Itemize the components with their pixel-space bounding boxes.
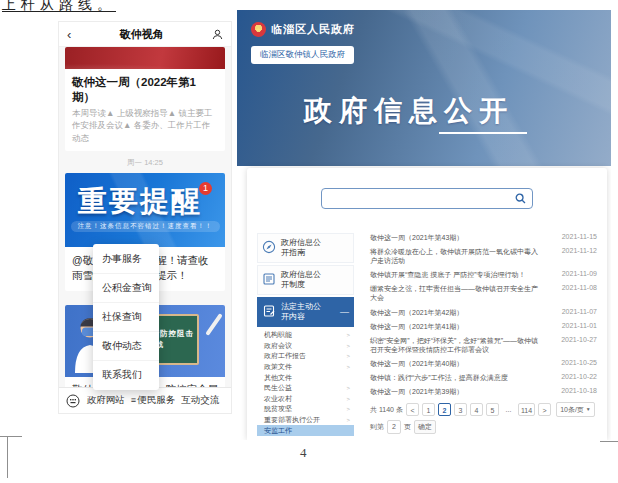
news-row[interactable]: 敬仲这一周（2021年第43期） 2021-11-15 bbox=[370, 233, 597, 242]
table-border-fragment bbox=[600, 441, 618, 442]
sidebar-subitem[interactable]: 其他文件 > bbox=[257, 372, 354, 383]
search-input[interactable] bbox=[328, 193, 515, 205]
document-top-text: 上杆从路线。 bbox=[2, 0, 116, 14]
news-title: 敬仲这一周（2021年第42期） bbox=[370, 308, 463, 317]
news-date: 2021-11-08 bbox=[562, 284, 597, 291]
page-button[interactable]: ... bbox=[502, 403, 515, 416]
news-row[interactable]: 将群众冷暖放在心上，敬仲镇开展防范一氧化碳中毒入户走访活动 2021-11-12 bbox=[370, 247, 597, 265]
news-row[interactable]: 绷紧安全之弦，扛牢责任担当——敬仲镇召开安全生产大会 2021-11-08 bbox=[370, 284, 597, 302]
sidebar-item-label: 政府信息公开制度 bbox=[281, 270, 323, 290]
sidebar-item-label: 政府信息公开指南 bbox=[281, 238, 323, 258]
news-title: 敬仲这一周（2021年第43期） bbox=[370, 233, 463, 242]
page-button[interactable]: 5 bbox=[486, 403, 499, 416]
page-button[interactable]: 2 bbox=[438, 403, 451, 416]
sidebar-subitem-label: 政府工作报告 bbox=[264, 351, 306, 361]
page-button[interactable]: 1 bbox=[422, 403, 435, 416]
banner-title: 政府信息公开 bbox=[237, 92, 581, 130]
sidebar-submenu: 机构职能 > 政府会议 > 政府工作报告 > 政策文件 > bbox=[257, 330, 354, 436]
news-row[interactable]: 敬仲这一周（2021年第40期） 2021-10-25 bbox=[370, 359, 597, 368]
news-date: 2021-11-01 bbox=[562, 322, 597, 329]
news-row[interactable]: 敬仲这一周（2021年第41期） 2021-11-01 bbox=[370, 322, 597, 331]
news-title: 敬仲这一周（2021年第41期） bbox=[370, 322, 463, 331]
news-date: 2021-10-27 bbox=[561, 336, 597, 343]
confirm-button[interactable]: 确定 bbox=[414, 420, 436, 434]
sidebar-subitem[interactable]: 政策文件 > bbox=[257, 362, 354, 373]
per-page-select[interactable]: 10条/页 ▼ bbox=[556, 402, 595, 417]
chevron-right-icon: > bbox=[346, 385, 350, 391]
table-border-fragment bbox=[7, 436, 8, 478]
chevron-right-icon: > bbox=[346, 353, 350, 359]
chevron-right-icon: > bbox=[346, 343, 350, 349]
sidebar-subitem[interactable]: 安监工作 > bbox=[257, 425, 354, 436]
thermometer-illustration bbox=[205, 313, 223, 336]
page-button[interactable]: 4 bbox=[470, 403, 483, 416]
town-gov-button[interactable]: 临淄区敬仲镇人民政府 bbox=[251, 46, 354, 64]
reminder-banner-title: 重要提醒 bbox=[78, 187, 202, 216]
news-date: 2021-11-12 bbox=[562, 247, 597, 254]
table-border-fragment bbox=[0, 436, 22, 437]
news-date: 2021-11-15 bbox=[562, 233, 597, 240]
popup-menu-item[interactable]: 公积金查询 bbox=[93, 274, 159, 303]
sidebar-subitem[interactable]: 脱贫攻坚 > bbox=[257, 404, 354, 415]
keyboard-icon[interactable] bbox=[66, 394, 80, 408]
banner-title-underline bbox=[439, 132, 527, 134]
content-card: 政府信息公开指南 政府信息公开制度 法定主动公开内容 — bbox=[247, 168, 607, 440]
popup-menu-item[interactable]: 联系我们 bbox=[93, 361, 159, 389]
jump-page-input[interactable]: 2 bbox=[387, 420, 401, 434]
weekly-article-card[interactable]: 敬仲这一周（2022年第1期） 本周导读▲ 上级视察指导▲ 镇主要工作安排及会议… bbox=[65, 47, 225, 151]
chevron-right-icon: > bbox=[346, 364, 350, 370]
next-page-button[interactable]: > bbox=[538, 403, 551, 416]
sidebar-subitem-label: 政策文件 bbox=[264, 362, 292, 372]
national-emblem-icon: ★ bbox=[251, 22, 266, 37]
search-icon[interactable] bbox=[515, 190, 526, 208]
news-row[interactable]: 敬仲镇：践行“六步”工作法，提高群众满意度 2021-10-22 bbox=[370, 373, 597, 382]
sidebar-subitem[interactable]: 重要部署执行公开 > bbox=[257, 415, 354, 426]
popup-menu-item[interactable]: 社保查询 bbox=[93, 303, 159, 332]
sidebar-subitem[interactable]: 政府工作报告 > bbox=[257, 351, 354, 362]
news-title: 敬仲这一周（2021年第39期） bbox=[370, 387, 463, 396]
sidebar-item-open-guide[interactable]: 政府信息公开指南 bbox=[257, 233, 354, 263]
org-logo-row: ★ 临淄区人民政府 bbox=[251, 22, 355, 37]
news-row[interactable]: 织密“安全网”，把好“环保关”，念好“紧箍咒”——敬仲镇召开安全环保暨疫情防控工… bbox=[370, 336, 597, 354]
news-row[interactable]: 敬仲镇开展“查隐患 摸底子 严防控”专项治理行动！ 2021-11-09 bbox=[370, 270, 597, 279]
page-button[interactable]: 3 bbox=[454, 403, 467, 416]
gov-website-screenshot: ★ 临淄区人民政府 临淄区敬仲镇人民政府 政府信息公开 bbox=[237, 10, 611, 440]
sidebar-item-open-system[interactable]: 政府信息公开制度 bbox=[257, 265, 354, 295]
wechat-screenshot: ‹ 敬仲视角 敬仲这一周（2022年第1期） 本周导读▲ 上级视察指导▲ 镇主要… bbox=[58, 21, 232, 414]
collapse-minus-icon[interactable]: — bbox=[340, 308, 349, 317]
reminder-banner-image: 重要提醒 1 注意！这条信息不容错过！速度查看！！ bbox=[65, 173, 225, 247]
popup-menu-item[interactable]: 办事服务 bbox=[93, 245, 159, 274]
sidebar-subitem-label: 机构职能 bbox=[264, 330, 292, 340]
sidebar-subitem-label: 政府会议 bbox=[264, 341, 292, 351]
sidebar-subitem[interactable]: 民生公益 > bbox=[257, 383, 354, 394]
toolbar-item-gov-website[interactable]: 政府网站 bbox=[82, 394, 129, 407]
popup-menu: 办事服务公积金查询社保查询敬仲动态联系我们 bbox=[93, 244, 159, 390]
sidebar: 政府信息公开指南 政府信息公开制度 法定主动公开内容 — bbox=[257, 233, 354, 436]
page-buttons: 12345...114 bbox=[422, 403, 535, 416]
toolbar-item-interact[interactable]: 互动交流 bbox=[177, 394, 224, 407]
phone-header: ‹ 敬仲视角 bbox=[59, 22, 231, 47]
content-body: 政府信息公开指南 政府信息公开制度 法定主动公开内容 — bbox=[257, 233, 597, 436]
article-banner-image bbox=[65, 47, 225, 69]
news-title: 将群众冷暖放在心上，敬仲镇开展防范一氧化碳中毒入户走访活动 bbox=[370, 247, 538, 265]
popup-menu-item[interactable]: 敬仲动态 bbox=[93, 332, 159, 361]
news-title: 敬仲镇开展“查隐患 摸底子 严防控”专项治理行动！ bbox=[370, 270, 526, 279]
toolbar-item-services[interactable]: ≡便民服务 bbox=[129, 394, 176, 407]
page-button[interactable]: 114 bbox=[518, 403, 535, 416]
chevron-right-icon: > bbox=[346, 396, 350, 402]
news-title: 敬仲这一周（2021年第40期） bbox=[370, 359, 463, 368]
news-date: 2021-10-22 bbox=[561, 373, 597, 380]
news-date: 2021-11-07 bbox=[562, 308, 597, 315]
sidebar-subitem[interactable]: 政府会议 > bbox=[257, 341, 354, 352]
news-row[interactable]: 敬仲这一周（2021年第39期） 2021-10-18 bbox=[370, 387, 597, 396]
sidebar-item-statutory-disclosure[interactable]: 法定主动公开内容 — bbox=[257, 297, 354, 327]
user-icon[interactable] bbox=[212, 29, 223, 40]
prev-page-button[interactable]: < bbox=[406, 403, 419, 416]
news-title: 敬仲镇：践行“六步”工作法，提高群众满意度 bbox=[370, 373, 508, 382]
sidebar-subitem[interactable]: 机构职能 > bbox=[257, 330, 354, 341]
news-row[interactable]: 敬仲这一周（2021年第42期） 2021-11-07 bbox=[370, 308, 597, 317]
news-date: 2021-10-25 bbox=[561, 359, 597, 366]
compass-icon bbox=[262, 240, 276, 257]
sidebar-subitem[interactable]: 农业农村 > bbox=[257, 394, 354, 405]
chevron-right-icon: > bbox=[346, 417, 350, 423]
